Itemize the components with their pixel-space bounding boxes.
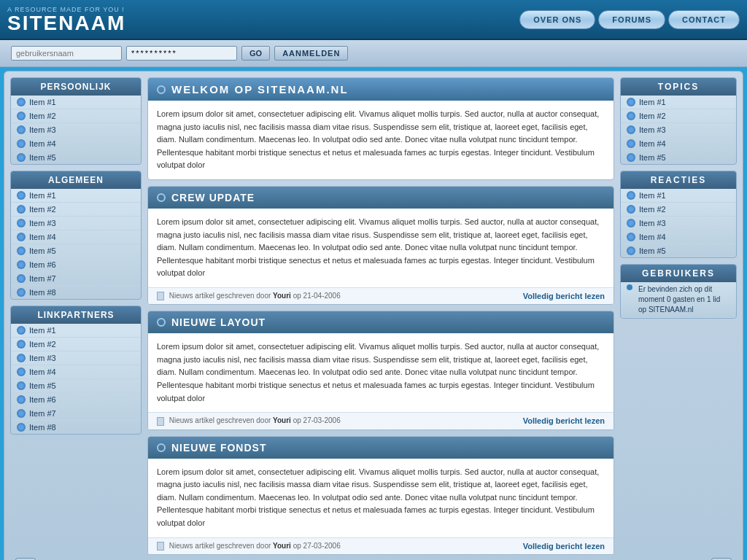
bullet-icon [17,395,26,404]
list-item[interactable]: Item #2 [621,109,736,123]
nieuwe-fondst-body: Lorem ipsum dolor sit amet, consectetuer… [148,459,614,537]
nav-forums[interactable]: FORUMS [598,10,665,29]
list-item[interactable]: Item #2 [11,338,141,351]
list-item[interactable]: Item #1 [11,189,141,203]
welcome-body: Lorem ipsum dolor sit amet, consectetuer… [148,101,614,179]
logo-area: A RESOURCE MADE FOR YOU ! SITENAAM [7,6,125,34]
bullet-icon [627,139,635,148]
bullet-icon [17,125,26,134]
gebruikers-line1: Er bevinden zich op dit moment 0 gasten … [621,282,736,318]
bullet-icon [627,219,635,228]
list-item[interactable]: Item #4 [11,137,141,151]
crew-update-read-more[interactable]: Volledig bericht lezen [523,292,605,300]
nieuwe-fondst-panel: NIEUWE FONDST Lorem ipsum dolor sit amet… [147,436,614,555]
bullet-icon [17,354,26,362]
username-input[interactable] [11,46,122,61]
list-item[interactable]: Item #5 [621,244,736,257]
list-item[interactable]: Item #4 [11,230,141,244]
bullet-icon [17,153,26,162]
bullet-icon [627,98,635,106]
bullet-icon [17,423,26,432]
bullet-icon [17,409,26,418]
list-item[interactable]: Item #8 [11,421,141,434]
right-sidebar: TOPICS Item #1 Item #2 Item #3 Item #4 I… [620,77,737,555]
bullet-icon [627,153,635,162]
topics-title: TOPICS [621,78,736,96]
list-item[interactable]: Item #3 [11,123,141,137]
document-icon [157,542,164,551]
bullet-icon [627,205,635,214]
list-item[interactable]: Item #5 [11,151,141,164]
nav-over-ons[interactable]: OVER ONS [519,10,595,29]
list-item[interactable]: Item #5 [11,244,141,258]
content-area: PERSOONLIJK Item #1 Item #2 Item #3 Item… [10,77,737,555]
algemeen-section: ALGEMEEN Item #1 Item #2 Item #3 Item #4… [10,171,142,300]
list-item[interactable]: Item #4 [621,137,736,151]
bullet-icon [17,326,26,335]
crew-update-title: CREW UPDATE [148,187,614,209]
nav-contact[interactable]: CONTACT [668,10,740,29]
list-item[interactable]: Item #3 [621,123,736,137]
list-item[interactable]: Item #3 [11,351,141,365]
list-item[interactable]: Item #6 [11,258,141,272]
linkpartners-title: LINKPARTNERS [11,306,141,324]
nav-buttons: OVER ONS FORUMS CONTACT [519,10,740,29]
crew-update-panel: CREW UPDATE Lorem ipsum dolor sit amet, … [147,186,614,305]
register-button[interactable]: AANMELDEN [274,46,348,61]
bullet-icon [17,246,26,255]
document-icon [157,292,164,300]
bullet-icon [17,288,26,297]
nieuwe-fondst-read-more[interactable]: Volledig bericht lezen [523,542,605,551]
bullet-icon [627,191,635,200]
gebruikers-title: GEBRUIKERS [621,265,736,282]
list-item[interactable]: Item #2 [11,203,141,217]
bullet-icon [17,340,26,349]
logo-name: SITENAAM [7,13,125,34]
main-container: PERSOONLIJK Item #1 Item #2 Item #3 Item… [4,71,743,560]
header: A RESOURCE MADE FOR YOU ! SITENAAM OVER … [0,0,747,40]
list-item[interactable]: Item #6 [11,393,141,407]
list-item[interactable]: Item #7 [11,272,141,286]
bullet-icon [17,381,26,390]
list-item[interactable]: Item #1 [621,189,736,203]
panel-icon [157,318,166,327]
list-item[interactable]: Item #1 [11,96,141,109]
topics-section: TOPICS Item #1 Item #2 Item #3 Item #4 I… [620,77,737,165]
password-input[interactable] [126,46,237,61]
list-item[interactable]: Item #5 [621,151,736,164]
list-item[interactable]: Item #7 [11,407,141,421]
list-item[interactable]: Item #1 [11,324,141,338]
gebruikers-dot-icon [627,284,632,290]
bullet-icon [17,205,26,214]
list-item[interactable]: Item #5 [11,379,141,393]
list-item[interactable]: Item #1 [621,96,736,109]
bullet-icon [627,233,635,241]
linkpartners-section: LINKPARTNERS Item #1 Item #2 Item #3 Ite… [10,306,142,435]
bullet-icon [17,98,26,106]
welcome-title: WELKOM OP SITENAAM.NL [148,78,614,101]
left-sidebar: PERSOONLIJK Item #1 Item #2 Item #3 Item… [10,77,142,555]
bullet-icon [17,274,26,283]
list-item[interactable]: Item #2 [621,203,736,217]
list-item[interactable]: Item #3 [11,217,141,230]
login-bar: GO AANMELDEN [0,40,747,67]
gebruikers-section: GEBRUIKERS Er bevinden zich op dit momen… [620,264,737,319]
nieuwe-layout-panel: NIEUWE LAYOUT Lorem ipsum dolor sit amet… [147,311,614,429]
list-item[interactable]: Item #8 [11,286,141,299]
document-icon [157,417,164,426]
welcome-panel: WELKOM OP SITENAAM.NL Lorem ipsum dolor … [147,77,614,180]
nieuwe-layout-body: Lorem ipsum dolor sit amet, consectetuer… [148,333,614,412]
crew-update-author: Nieuws artikel geschreven door Youri op … [157,292,341,300]
bullet-icon [627,112,635,120]
list-item[interactable]: Item #3 [621,217,736,230]
nieuwe-layout-read-more[interactable]: Volledig bericht lezen [523,416,605,425]
list-item[interactable]: Item #4 [621,230,736,244]
go-button[interactable]: GO [241,46,270,61]
bullet-icon [17,233,26,241]
nieuwe-fondst-author: Nieuws artikel geschreven door Youri op … [157,542,341,551]
panel-icon [157,443,166,452]
list-item[interactable]: Item #4 [11,365,141,379]
list-item[interactable]: Item #2 [11,109,141,123]
reacties-section: REACTIES Item #1 Item #2 Item #3 Item #4… [620,171,737,258]
nieuwe-fondst-title: NIEUWE FONDST [148,437,614,459]
